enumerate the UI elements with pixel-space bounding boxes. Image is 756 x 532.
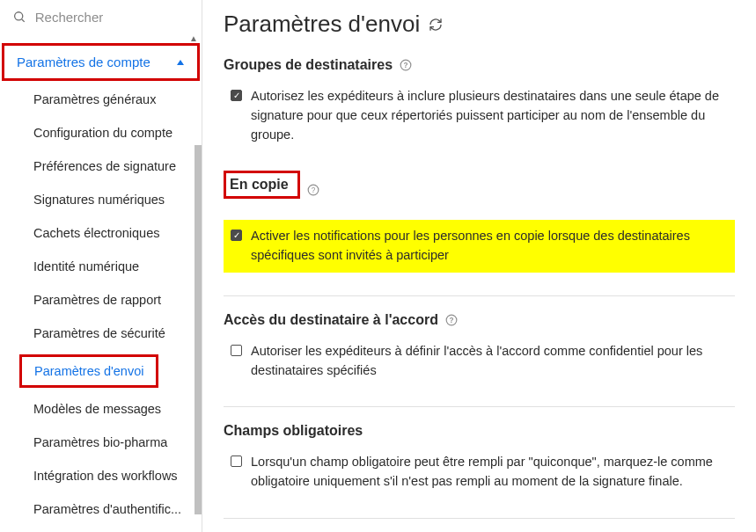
svg-text:?: ? bbox=[404, 62, 408, 69]
section-title-champs-text: Champs obligatoires bbox=[224, 423, 363, 439]
sidebar-item-report[interactable]: Paramètres de rapport bbox=[0, 283, 202, 317]
option-champs-1[interactable]: Lorsqu'un champ obligatoire peut être re… bbox=[224, 449, 735, 495]
svg-line-1 bbox=[22, 19, 25, 22]
option-text: Autoriser les expéditeurs à définir l'ac… bbox=[251, 342, 735, 381]
sidebar-item-auth[interactable]: Paramètres d'authentific... bbox=[0, 492, 202, 526]
section-title-copie: En copie bbox=[224, 171, 300, 199]
sidebar-item-digital-identity[interactable]: Identité numérique bbox=[0, 250, 202, 283]
checkbox[interactable] bbox=[231, 230, 242, 241]
section-champs: Champs obligatoires Lorsqu'un champ obli… bbox=[224, 423, 735, 495]
svg-text:?: ? bbox=[311, 186, 315, 194]
sidebar-item-digital-signatures[interactable]: Signatures numériques bbox=[0, 183, 202, 216]
sidebar-item-security[interactable]: Paramètres de sécurité bbox=[0, 317, 202, 350]
sidebar-item-biopharma[interactable]: Paramètres bio-pharma bbox=[0, 426, 202, 459]
option-text: Activer les notifications pour les perso… bbox=[251, 227, 728, 266]
sidebar-item-templates[interactable]: Modèles de messages bbox=[0, 392, 202, 426]
sidebar-header-label: Paramètres de compte bbox=[17, 55, 150, 69]
sidebar-item-send[interactable]: Paramètres d'envoi bbox=[19, 354, 158, 388]
section-title-groupes-text: Groupes de destinataires bbox=[224, 57, 393, 73]
sidebar-item-general[interactable]: Paramètres généraux bbox=[0, 83, 202, 116]
section-title-groupes: Groupes de destinataires ? bbox=[224, 57, 735, 73]
checkbox[interactable] bbox=[231, 345, 242, 356]
checkbox[interactable] bbox=[231, 455, 242, 467]
sidebar-items: Paramètres généraux Configuration du com… bbox=[0, 83, 202, 531]
sidebar-section-header[interactable]: Paramètres de compte bbox=[2, 43, 200, 81]
section-title-acces-text: Accès du destinataire à l'accord bbox=[224, 312, 438, 328]
section-title-champs: Champs obligatoires bbox=[224, 423, 735, 439]
option-text: Autorisez les expéditeurs à inclure plus… bbox=[251, 87, 735, 144]
svg-text:?: ? bbox=[449, 317, 453, 324]
divider bbox=[224, 406, 735, 407]
chevron-up-icon bbox=[176, 58, 185, 67]
option-groupes-1[interactable]: Autorisez les expéditeurs à inclure plus… bbox=[224, 84, 735, 148]
option-text: Lorsqu'un champ obligatoire peut être re… bbox=[251, 453, 735, 492]
refresh-icon[interactable] bbox=[429, 18, 443, 32]
page-title: Paramètres d'envoi bbox=[224, 11, 735, 38]
main-content: Paramètres d'envoi Groupes de destinatai… bbox=[202, 0, 756, 532]
page-title-text: Paramètres d'envoi bbox=[224, 11, 420, 38]
sidebar: ▲ Paramètres de compte Paramètres généra… bbox=[0, 0, 202, 532]
search-box[interactable] bbox=[0, 0, 202, 33]
sidebar-item-send-wrap: Paramètres d'envoi bbox=[0, 350, 202, 392]
section-title-acces: Accès du destinataire à l'accord ? bbox=[224, 312, 735, 328]
section-title-copie-text: En copie bbox=[230, 177, 289, 193]
sidebar-item-signature-prefs[interactable]: Préférences de signature bbox=[0, 149, 202, 183]
section-acces: Accès du destinataire à l'accord ? Autor… bbox=[224, 312, 735, 384]
option-acces-1[interactable]: Autoriser les expéditeurs à définir l'ac… bbox=[224, 339, 735, 384]
sidebar-item-account-config[interactable]: Configuration du compte bbox=[0, 116, 202, 149]
option-copie-1[interactable]: Activer les notifications pour les perso… bbox=[224, 220, 735, 273]
svg-marker-2 bbox=[177, 60, 184, 65]
info-icon[interactable]: ? bbox=[307, 184, 319, 196]
sidebar-item-workflows[interactable]: Intégration des workflows bbox=[0, 459, 202, 492]
info-icon[interactable]: ? bbox=[400, 59, 412, 71]
info-icon[interactable]: ? bbox=[445, 314, 458, 326]
search-icon bbox=[12, 9, 26, 25]
svg-point-0 bbox=[15, 12, 23, 20]
search-input[interactable] bbox=[35, 10, 189, 25]
divider bbox=[224, 518, 735, 519]
section-groupes: Groupes de destinataires ? Autorisez les… bbox=[224, 57, 735, 148]
sidebar-item-seals[interactable]: Cachets électroniques bbox=[0, 216, 202, 250]
checkbox[interactable] bbox=[231, 90, 242, 101]
divider bbox=[224, 295, 735, 296]
section-copie: En copie ? Activer les notifications pou… bbox=[224, 171, 735, 273]
scroll-up-arrow[interactable]: ▲ bbox=[0, 33, 202, 43]
scrollbar[interactable] bbox=[195, 145, 202, 514]
